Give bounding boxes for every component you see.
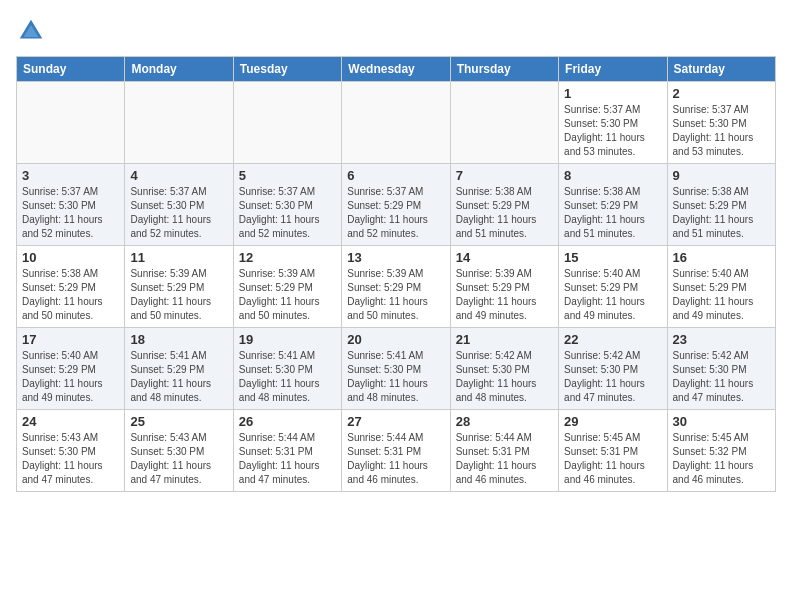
day-number: 22 xyxy=(564,332,661,347)
calendar-cell: 4Sunrise: 5:37 AM Sunset: 5:30 PM Daylig… xyxy=(125,164,233,246)
calendar-week-row: 10Sunrise: 5:38 AM Sunset: 5:29 PM Dayli… xyxy=(17,246,776,328)
day-info: Sunrise: 5:45 AM Sunset: 5:32 PM Dayligh… xyxy=(673,431,770,487)
day-info: Sunrise: 5:41 AM Sunset: 5:29 PM Dayligh… xyxy=(130,349,227,405)
day-number: 25 xyxy=(130,414,227,429)
calendar-cell: 5Sunrise: 5:37 AM Sunset: 5:30 PM Daylig… xyxy=(233,164,341,246)
day-info: Sunrise: 5:38 AM Sunset: 5:29 PM Dayligh… xyxy=(673,185,770,241)
calendar-table: SundayMondayTuesdayWednesdayThursdayFrid… xyxy=(16,56,776,492)
day-info: Sunrise: 5:38 AM Sunset: 5:29 PM Dayligh… xyxy=(22,267,119,323)
calendar-week-row: 17Sunrise: 5:40 AM Sunset: 5:29 PM Dayli… xyxy=(17,328,776,410)
calendar-cell: 1Sunrise: 5:37 AM Sunset: 5:30 PM Daylig… xyxy=(559,82,667,164)
day-info: Sunrise: 5:44 AM Sunset: 5:31 PM Dayligh… xyxy=(456,431,553,487)
calendar-cell xyxy=(342,82,450,164)
calendar-cell: 7Sunrise: 5:38 AM Sunset: 5:29 PM Daylig… xyxy=(450,164,558,246)
calendar-cell: 3Sunrise: 5:37 AM Sunset: 5:30 PM Daylig… xyxy=(17,164,125,246)
calendar-cell: 14Sunrise: 5:39 AM Sunset: 5:29 PM Dayli… xyxy=(450,246,558,328)
day-info: Sunrise: 5:42 AM Sunset: 5:30 PM Dayligh… xyxy=(564,349,661,405)
calendar-cell: 12Sunrise: 5:39 AM Sunset: 5:29 PM Dayli… xyxy=(233,246,341,328)
day-number: 16 xyxy=(673,250,770,265)
calendar-cell: 13Sunrise: 5:39 AM Sunset: 5:29 PM Dayli… xyxy=(342,246,450,328)
calendar-cell: 19Sunrise: 5:41 AM Sunset: 5:30 PM Dayli… xyxy=(233,328,341,410)
logo xyxy=(16,16,50,46)
page-header xyxy=(16,16,776,46)
day-info: Sunrise: 5:39 AM Sunset: 5:29 PM Dayligh… xyxy=(130,267,227,323)
calendar-cell: 27Sunrise: 5:44 AM Sunset: 5:31 PM Dayli… xyxy=(342,410,450,492)
day-info: Sunrise: 5:38 AM Sunset: 5:29 PM Dayligh… xyxy=(456,185,553,241)
day-number: 30 xyxy=(673,414,770,429)
day-info: Sunrise: 5:42 AM Sunset: 5:30 PM Dayligh… xyxy=(456,349,553,405)
day-number: 4 xyxy=(130,168,227,183)
logo-icon xyxy=(16,16,46,46)
calendar-cell: 24Sunrise: 5:43 AM Sunset: 5:30 PM Dayli… xyxy=(17,410,125,492)
calendar-cell: 10Sunrise: 5:38 AM Sunset: 5:29 PM Dayli… xyxy=(17,246,125,328)
day-info: Sunrise: 5:44 AM Sunset: 5:31 PM Dayligh… xyxy=(239,431,336,487)
calendar-cell: 2Sunrise: 5:37 AM Sunset: 5:30 PM Daylig… xyxy=(667,82,775,164)
day-info: Sunrise: 5:45 AM Sunset: 5:31 PM Dayligh… xyxy=(564,431,661,487)
weekday-header: Saturday xyxy=(667,57,775,82)
day-info: Sunrise: 5:44 AM Sunset: 5:31 PM Dayligh… xyxy=(347,431,444,487)
day-number: 5 xyxy=(239,168,336,183)
day-number: 9 xyxy=(673,168,770,183)
day-number: 24 xyxy=(22,414,119,429)
calendar-cell: 30Sunrise: 5:45 AM Sunset: 5:32 PM Dayli… xyxy=(667,410,775,492)
day-info: Sunrise: 5:41 AM Sunset: 5:30 PM Dayligh… xyxy=(347,349,444,405)
day-number: 17 xyxy=(22,332,119,347)
day-number: 28 xyxy=(456,414,553,429)
day-number: 15 xyxy=(564,250,661,265)
day-info: Sunrise: 5:37 AM Sunset: 5:30 PM Dayligh… xyxy=(22,185,119,241)
day-number: 7 xyxy=(456,168,553,183)
day-info: Sunrise: 5:41 AM Sunset: 5:30 PM Dayligh… xyxy=(239,349,336,405)
day-info: Sunrise: 5:39 AM Sunset: 5:29 PM Dayligh… xyxy=(239,267,336,323)
day-info: Sunrise: 5:37 AM Sunset: 5:30 PM Dayligh… xyxy=(564,103,661,159)
calendar-header-row: SundayMondayTuesdayWednesdayThursdayFrid… xyxy=(17,57,776,82)
day-number: 14 xyxy=(456,250,553,265)
calendar-cell: 17Sunrise: 5:40 AM Sunset: 5:29 PM Dayli… xyxy=(17,328,125,410)
day-number: 19 xyxy=(239,332,336,347)
day-number: 29 xyxy=(564,414,661,429)
day-info: Sunrise: 5:39 AM Sunset: 5:29 PM Dayligh… xyxy=(456,267,553,323)
calendar-cell: 8Sunrise: 5:38 AM Sunset: 5:29 PM Daylig… xyxy=(559,164,667,246)
day-number: 1 xyxy=(564,86,661,101)
calendar-cell: 15Sunrise: 5:40 AM Sunset: 5:29 PM Dayli… xyxy=(559,246,667,328)
day-info: Sunrise: 5:38 AM Sunset: 5:29 PM Dayligh… xyxy=(564,185,661,241)
day-number: 3 xyxy=(22,168,119,183)
calendar-cell: 28Sunrise: 5:44 AM Sunset: 5:31 PM Dayli… xyxy=(450,410,558,492)
calendar-cell: 23Sunrise: 5:42 AM Sunset: 5:30 PM Dayli… xyxy=(667,328,775,410)
calendar-cell: 20Sunrise: 5:41 AM Sunset: 5:30 PM Dayli… xyxy=(342,328,450,410)
calendar-cell: 25Sunrise: 5:43 AM Sunset: 5:30 PM Dayli… xyxy=(125,410,233,492)
weekday-header: Wednesday xyxy=(342,57,450,82)
weekday-header: Friday xyxy=(559,57,667,82)
day-info: Sunrise: 5:43 AM Sunset: 5:30 PM Dayligh… xyxy=(22,431,119,487)
day-number: 26 xyxy=(239,414,336,429)
day-info: Sunrise: 5:42 AM Sunset: 5:30 PM Dayligh… xyxy=(673,349,770,405)
calendar-week-row: 1Sunrise: 5:37 AM Sunset: 5:30 PM Daylig… xyxy=(17,82,776,164)
calendar-cell: 16Sunrise: 5:40 AM Sunset: 5:29 PM Dayli… xyxy=(667,246,775,328)
day-info: Sunrise: 5:40 AM Sunset: 5:29 PM Dayligh… xyxy=(22,349,119,405)
weekday-header: Sunday xyxy=(17,57,125,82)
day-number: 2 xyxy=(673,86,770,101)
weekday-header: Tuesday xyxy=(233,57,341,82)
calendar-cell xyxy=(450,82,558,164)
day-number: 8 xyxy=(564,168,661,183)
calendar-cell: 22Sunrise: 5:42 AM Sunset: 5:30 PM Dayli… xyxy=(559,328,667,410)
day-number: 12 xyxy=(239,250,336,265)
calendar-week-row: 24Sunrise: 5:43 AM Sunset: 5:30 PM Dayli… xyxy=(17,410,776,492)
day-info: Sunrise: 5:40 AM Sunset: 5:29 PM Dayligh… xyxy=(673,267,770,323)
calendar-cell: 6Sunrise: 5:37 AM Sunset: 5:29 PM Daylig… xyxy=(342,164,450,246)
weekday-header: Monday xyxy=(125,57,233,82)
calendar-cell: 26Sunrise: 5:44 AM Sunset: 5:31 PM Dayli… xyxy=(233,410,341,492)
calendar-cell: 11Sunrise: 5:39 AM Sunset: 5:29 PM Dayli… xyxy=(125,246,233,328)
weekday-header: Thursday xyxy=(450,57,558,82)
calendar-week-row: 3Sunrise: 5:37 AM Sunset: 5:30 PM Daylig… xyxy=(17,164,776,246)
calendar-cell: 9Sunrise: 5:38 AM Sunset: 5:29 PM Daylig… xyxy=(667,164,775,246)
day-number: 21 xyxy=(456,332,553,347)
calendar-cell: 21Sunrise: 5:42 AM Sunset: 5:30 PM Dayli… xyxy=(450,328,558,410)
day-info: Sunrise: 5:39 AM Sunset: 5:29 PM Dayligh… xyxy=(347,267,444,323)
day-number: 6 xyxy=(347,168,444,183)
day-number: 27 xyxy=(347,414,444,429)
calendar-cell xyxy=(233,82,341,164)
day-info: Sunrise: 5:40 AM Sunset: 5:29 PM Dayligh… xyxy=(564,267,661,323)
day-info: Sunrise: 5:37 AM Sunset: 5:30 PM Dayligh… xyxy=(130,185,227,241)
day-number: 23 xyxy=(673,332,770,347)
day-number: 20 xyxy=(347,332,444,347)
